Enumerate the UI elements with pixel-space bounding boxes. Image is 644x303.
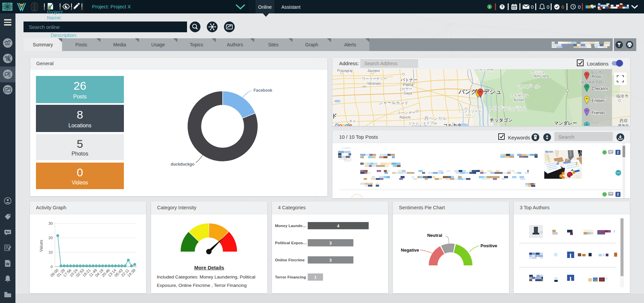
svg-text:20: 20 — [48, 236, 53, 240]
svg-text:3: 3 — [329, 241, 332, 246]
svg-text:アッシュ: アッシュ — [531, 70, 545, 74]
svg-text:Entities: Entities — [592, 98, 605, 103]
svg-text:ガヤー: ガヤー — [402, 87, 412, 91]
svg-text:西双: 西双 — [619, 119, 628, 123]
svg-text:ド: ド — [332, 113, 337, 119]
svg-text:Friends: Friends — [592, 111, 605, 115]
svg-text:临沧市: 临沧市 — [616, 94, 629, 98]
svg-text:Neutral: Neutral — [427, 233, 442, 238]
svg-text:1: 1 — [314, 275, 317, 280]
svg-text:ジャールカンド: ジャールカンド — [379, 100, 409, 105]
svg-text:Patna: Patna — [403, 82, 414, 87]
svg-text:Negative: Negative — [401, 248, 419, 253]
svg-text:10: 10 — [48, 250, 53, 254]
svg-text:Political Expos…: Political Expos… — [275, 241, 307, 245]
svg-text:Gaya: Gaya — [404, 91, 412, 95]
svg-text:Users: Users — [592, 124, 602, 126]
svg-text:Ranchi: Ranchi — [400, 115, 411, 119]
svg-text:チッタゴン: チッタゴン — [490, 118, 513, 123]
svg-text:Aizawl: Aizawl — [514, 98, 524, 102]
svg-text:Facebook: Facebook — [254, 88, 272, 93]
svg-text:西ベンガル: 西ベンガル — [424, 116, 447, 121]
svg-text:パトナー: パトナー — [400, 78, 418, 82]
svg-text:3: 3 — [329, 258, 332, 263]
svg-text:ラーンチー: ラーンチー — [398, 111, 415, 115]
svg-text:4: 4 — [337, 224, 339, 228]
svg-text:ジョソール: ジョソール — [464, 109, 481, 113]
svg-text:メガラヤ州: メガラヤ州 — [475, 69, 494, 72]
svg-text:傣族自: 傣族自 — [618, 123, 629, 126]
svg-text:Prayagraj: Prayagraj — [337, 69, 352, 73]
svg-text:ⓜSAMA: ⓜSAMA — [545, 150, 553, 153]
svg-text:マニプール: マニプール — [518, 84, 540, 89]
svg-text:コルカタ: コルカタ — [443, 123, 462, 126]
svg-text:マンダレー: マンダレー — [554, 121, 577, 126]
svg-text:Varanasi: Varanasi — [367, 81, 381, 85]
svg-text:Posts: Posts — [592, 74, 602, 79]
svg-text:トリプラミゾラム: トリプラミゾラム — [488, 106, 527, 111]
svg-text:Jaunpur: Jaunpur — [367, 69, 380, 73]
svg-text:Money Launde…: Money Launde… — [275, 224, 306, 228]
svg-text:Terror Financing: Terror Financing — [275, 275, 306, 279]
svg-text:アイザウル: アイザウル — [510, 93, 528, 97]
svg-text:0: 0 — [51, 265, 53, 269]
svg-text:Google: Google — [335, 122, 352, 126]
svg-text:duckduckgo: duckduckgo — [171, 162, 194, 167]
svg-text:30: 30 — [48, 221, 53, 225]
svg-text:Online Fincrime: Online Fincrime — [275, 258, 305, 262]
svg-text:W: W — [6, 262, 10, 266]
svg-text:Values: Values — [39, 240, 44, 252]
svg-text:ワーラーナシー: ワーラーナシー — [362, 77, 387, 81]
svg-text:CheckIns: CheckIns — [592, 86, 608, 91]
svg-text:Jamshedpur: Jamshedpur — [411, 124, 431, 126]
svg-text:যশোর: যশোর — [465, 114, 471, 117]
svg-text:চট্টগ্রাম: চট্টগ্রাম — [493, 123, 499, 126]
svg-text:Ashu Igha: Ashu Igha — [534, 74, 549, 78]
svg-text:Positive: Positive — [480, 243, 497, 248]
